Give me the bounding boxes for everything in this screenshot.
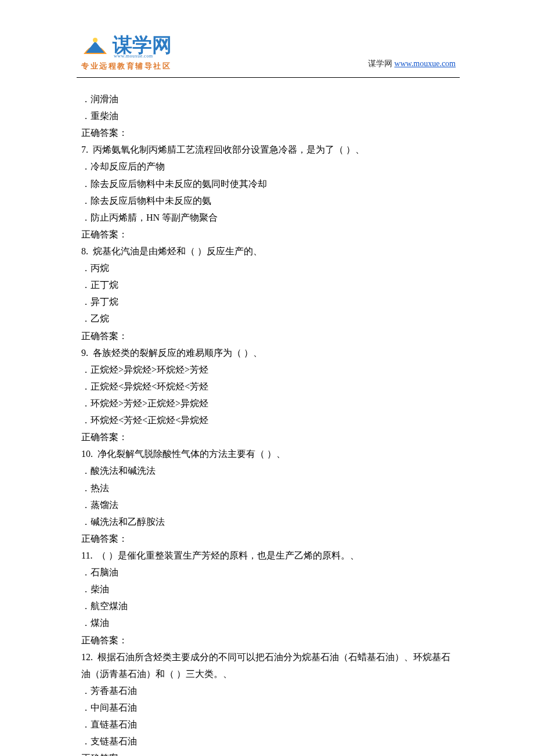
text-line: 12. 根据石油所含烃类主要成分的不同可以把石油分为烷基石油（石蜡基石油）、环烷… [81, 649, 456, 682]
text-line: ．防止丙烯腈，HN 等副产物聚合 [81, 209, 456, 226]
text-line: 10. 净化裂解气脱除酸性气体的方法主要有（ ）、 [81, 445, 456, 462]
text-line: ．航空煤油 [81, 597, 456, 614]
text-line: ．除去反应后物料中未反应的氨 [81, 192, 456, 209]
text-line: ．柴油 [81, 581, 456, 597]
text-line: 正确答案： [81, 327, 456, 344]
text-line: ．石脑油 [81, 564, 456, 581]
text-line: 7. 丙烯氨氧化制丙烯腈工艺流程回收部分设置急冷器，是为了（ ）、 [81, 141, 456, 158]
text-line: ．正烷烃<异烷烃<环烷烃<芳烃 [81, 378, 456, 395]
text-line: ．异丁烷 [81, 293, 456, 310]
logo-tagline: 专业远程教育辅导社区 [81, 61, 171, 71]
text-line: ．芳香基石油 [81, 682, 456, 699]
site-label: 谋学网 [368, 59, 392, 68]
text-line: ．乙烷 [81, 310, 456, 327]
header-row: 谋学网 www.mouxue.com 专业远程教育辅导社区 谋学网 www.mo… [81, 35, 456, 71]
text-line: ．支链基石油 [81, 733, 456, 750]
text-line: ．环烷烃<芳烃<正烷烃<异烷烃 [81, 412, 456, 429]
text-line: ．冷却反应后的产物 [81, 158, 456, 175]
text-line: ．正丁烷 [81, 276, 456, 293]
text-line: ．中间基石油 [81, 699, 456, 716]
text-line: ．直链基石油 [81, 716, 456, 733]
logo-main-text: 谋学网 [113, 35, 172, 55]
text-line: ．丙烷 [81, 260, 456, 276]
logo-icon [81, 35, 109, 59]
site-logo: 谋学网 www.mouxue.com 专业远程教育辅导社区 [81, 35, 172, 71]
text-line: 正确答案： [81, 429, 456, 445]
text-line: ．碱洗法和乙醇胺法 [81, 513, 456, 530]
svg-point-0 [93, 38, 98, 42]
text-line: 正确答案： [81, 530, 456, 547]
text-line: 正确答案： [81, 226, 456, 243]
document-body: ．润滑油．重柴油正确答案：7. 丙烯氨氧化制丙烯腈工艺流程回收部分设置急冷器，是… [81, 91, 456, 756]
text-line: ．润滑油 [81, 91, 456, 107]
text-line: ．正烷烃>异烷烃>环烷烃>芳烃 [81, 361, 456, 378]
text-line: ．除去反应后物料中未反应的氨同时使其冷却 [81, 175, 456, 192]
text-line: 9. 各族烃类的裂解反应的难易顺序为（ ）、 [81, 344, 456, 361]
header-divider [77, 77, 460, 78]
text-line: ．煤油 [81, 614, 456, 631]
text-line: ．酸洗法和碱洗法 [81, 462, 456, 479]
text-line: 正确答案： [81, 632, 456, 649]
text-line: ．环烷烃>芳烃>正烷烃>异烷烃 [81, 395, 456, 412]
text-line: ．热法 [81, 480, 456, 496]
text-line: ．重柴油 [81, 107, 456, 124]
text-line: ．蒸馏法 [81, 496, 456, 513]
site-link[interactable]: www.mouxue.com [394, 59, 456, 68]
header-site-link-block: 谋学网 www.mouxue.com [368, 59, 456, 71]
text-line: 正确答案： [81, 750, 456, 756]
text-line: 8. 烷基化汽油是由烯烃和（ ）反应生产的、 [81, 243, 456, 260]
text-line: 正确答案： [81, 124, 456, 141]
text-line: 11. （ ）是催化重整装置生产芳烃的原料，也是生产乙烯的原料。、 [81, 547, 456, 564]
